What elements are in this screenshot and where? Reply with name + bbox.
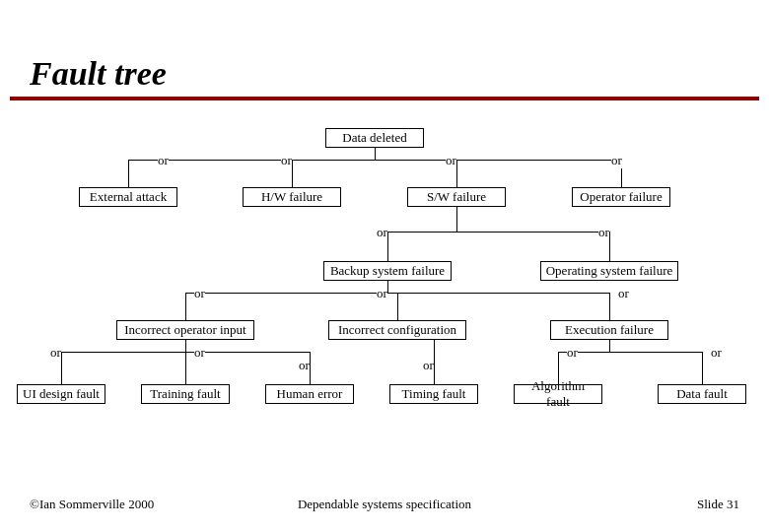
node-incorrect-input: Incorrect operator input bbox=[116, 320, 254, 340]
connector bbox=[387, 232, 609, 233]
connector bbox=[456, 207, 457, 232]
page-title: Fault tree bbox=[30, 55, 167, 93]
connector bbox=[61, 352, 62, 384]
connector bbox=[375, 148, 376, 160]
node-training-fault: Training fault bbox=[141, 384, 230, 404]
node-human-error: Human error bbox=[265, 384, 354, 404]
or-label: or bbox=[567, 345, 578, 361]
connector bbox=[609, 293, 610, 320]
connector bbox=[609, 232, 610, 261]
or-label: or bbox=[299, 358, 310, 373]
footer-title: Dependable systems specification bbox=[298, 497, 471, 512]
connector bbox=[387, 281, 388, 293]
node-execution-failure: Execution failure bbox=[550, 320, 668, 340]
connector bbox=[387, 232, 388, 261]
or-label: or bbox=[281, 153, 292, 168]
title-underline bbox=[10, 97, 759, 100]
or-label: or bbox=[377, 225, 387, 240]
node-data-fault: Data fault bbox=[658, 384, 746, 404]
node-ui-design-fault: UI design fault bbox=[17, 384, 105, 404]
connector bbox=[128, 160, 621, 161]
connector bbox=[558, 352, 702, 353]
node-os-failure: Operating system failure bbox=[540, 261, 678, 281]
node-backup-failure: Backup system failure bbox=[323, 261, 452, 281]
connector bbox=[185, 352, 186, 384]
connector bbox=[702, 352, 703, 384]
node-data-deleted: Data deleted bbox=[325, 128, 424, 148]
node-hw-failure: H/W failure bbox=[243, 187, 341, 207]
connector bbox=[434, 340, 435, 384]
node-timing-fault: Timing fault bbox=[389, 384, 478, 404]
or-label: or bbox=[194, 345, 205, 361]
connector bbox=[397, 293, 398, 320]
or-label: or bbox=[618, 286, 629, 301]
or-label: or bbox=[50, 345, 61, 361]
or-label: or bbox=[711, 345, 722, 361]
connector bbox=[609, 340, 610, 352]
node-operator-failure: Operator failure bbox=[572, 187, 670, 207]
footer-copyright: ©Ian Sommerville 2000 bbox=[30, 497, 154, 512]
node-external-attack: External attack bbox=[79, 187, 177, 207]
connector bbox=[456, 160, 457, 187]
or-label: or bbox=[377, 286, 387, 301]
or-label: or bbox=[611, 153, 622, 168]
connector bbox=[185, 340, 186, 352]
connector bbox=[185, 293, 186, 320]
or-label: or bbox=[158, 153, 169, 168]
node-algorithm-fault: Algorithm fault bbox=[514, 384, 602, 404]
connector bbox=[292, 160, 293, 187]
connector bbox=[128, 160, 129, 187]
or-label: or bbox=[598, 225, 609, 240]
or-label: or bbox=[194, 286, 205, 301]
node-incorrect-config: Incorrect configuration bbox=[328, 320, 466, 340]
or-label: or bbox=[423, 358, 434, 373]
or-label: or bbox=[446, 153, 456, 168]
footer-slide-number: Slide 31 bbox=[697, 497, 739, 512]
connector bbox=[310, 352, 311, 384]
node-sw-failure: S/W failure bbox=[407, 187, 506, 207]
